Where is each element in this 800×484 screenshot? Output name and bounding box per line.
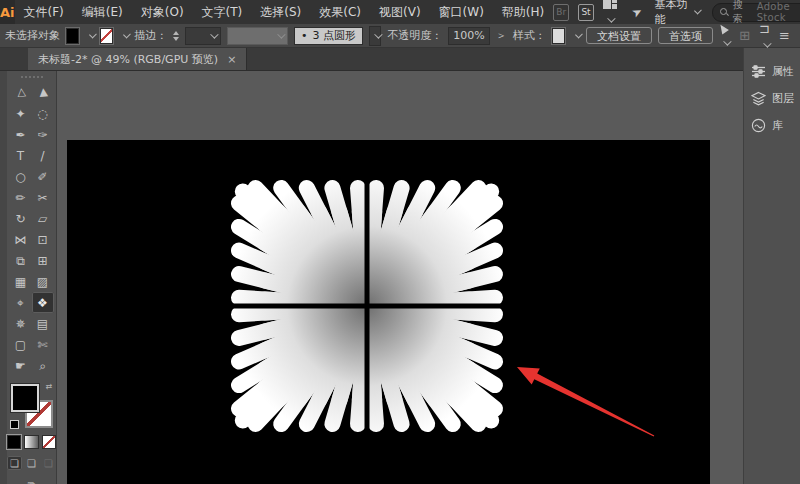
arrange-documents-icon[interactable]: ⊞: [739, 28, 750, 43]
tools-panel: ▷▶✦◌✒✑T/○✐✏✂↻▱⋈⊡⧉⊞▦▨⌖❖✵▤▢✄☛⌕ ⇄ ❏: [0, 71, 57, 484]
menu-item-7[interactable]: 窗口(W): [430, 0, 493, 24]
stock-icon[interactable]: St: [578, 4, 594, 21]
blend-tool[interactable]: ❖: [32, 292, 54, 313]
bridge-icon[interactable]: Br: [553, 4, 569, 21]
chevron-down-icon: [607, 14, 615, 22]
ellipse-tool[interactable]: ○: [10, 166, 32, 187]
chevron-down-icon[interactable]: [575, 30, 583, 38]
main-menus: 文件(F)编辑(E)对象(O)文字(T)选择(S)效果(C)视图(V)窗口(W)…: [15, 0, 554, 24]
magic-wand-tool[interactable]: ✦: [10, 103, 32, 124]
properties-icon: [751, 64, 766, 79]
artboard[interactable]: [67, 140, 710, 484]
hand-tool[interactable]: ☛: [10, 355, 32, 376]
shape-builder-tool[interactable]: ⧉: [10, 250, 32, 271]
mesh-tool[interactable]: ▦: [10, 271, 32, 292]
panel-menu-icon[interactable]: ≡: [779, 28, 790, 43]
screen-mode-button[interactable]: ⧉: [7, 479, 56, 484]
panel-grip[interactable]: [21, 76, 43, 78]
selection-tool[interactable]: ▶: [31, 81, 54, 105]
width-profile-select[interactable]: [227, 27, 288, 45]
canvas-area[interactable]: [57, 71, 743, 484]
dock-item-label: 库: [772, 118, 783, 133]
none-button[interactable]: [42, 435, 56, 449]
style-swatch[interactable]: [552, 28, 565, 44]
menu-item-3[interactable]: 文字(T): [193, 0, 252, 24]
default-fill-stroke-icon[interactable]: [10, 420, 19, 429]
opacity-flyout-button[interactable]: ＞: [496, 27, 507, 45]
menu-item-4[interactable]: 选择(S): [251, 0, 310, 24]
fill-swatch[interactable]: [11, 384, 39, 412]
type-tool[interactable]: T: [10, 145, 32, 166]
fill-color-swatch[interactable]: [66, 28, 79, 44]
tab-close-icon[interactable]: ×: [227, 53, 236, 66]
select-similar-button[interactable]: [719, 23, 733, 49]
gradient-tool[interactable]: ▨: [32, 271, 54, 292]
swap-fill-stroke-icon[interactable]: ⇄: [46, 382, 53, 391]
fill-stroke-indicator: ⇄: [11, 384, 53, 428]
curvature-tool[interactable]: ✑: [32, 124, 54, 145]
workspace-switcher[interactable]: 基本功能: [651, 0, 703, 29]
pen-tool[interactable]: ✒: [10, 124, 32, 145]
draw-behind-button[interactable]: ❏: [24, 456, 39, 470]
chevron-down-icon[interactable]: [89, 30, 97, 38]
rotate-tool[interactable]: ↻: [10, 208, 32, 229]
document-tab[interactable]: 未标题-2* @ 49% (RGB/GPU 预览) ×: [28, 48, 247, 70]
column-graph-tool[interactable]: ▤: [32, 313, 54, 334]
shaper-tool[interactable]: ✏: [10, 187, 32, 208]
chevron-down-icon: [374, 30, 382, 38]
layers-icon: [751, 91, 766, 106]
paintbrush-tool[interactable]: ✐: [32, 166, 54, 187]
scale-tool[interactable]: ▱: [32, 208, 54, 229]
dock-item-properties[interactable]: 属性: [744, 58, 800, 85]
perspective-grid-tool[interactable]: ⊞: [32, 250, 54, 271]
menu-item-5[interactable]: 效果(C): [310, 0, 370, 24]
slice-tool[interactable]: ✄: [32, 334, 54, 355]
gradient-button[interactable]: [24, 435, 38, 449]
adobe-stock-search[interactable]: 搜索 Adobe Stock: [712, 3, 800, 22]
stroke-weight-stepper[interactable]: [173, 31, 179, 41]
menu-item-0[interactable]: 文件(F): [15, 0, 73, 24]
chevron-down-icon: [694, 7, 702, 15]
dock-item-libraries[interactable]: 库: [744, 112, 800, 139]
brush-definition-field[interactable]: • 3 点圆形: [294, 27, 363, 45]
opacity-field[interactable]: 100%: [448, 27, 489, 45]
layout-switcher-button[interactable]: [603, 0, 623, 26]
eyedropper-tool[interactable]: ⌖: [10, 292, 32, 313]
dock-item-layers[interactable]: 图层: [744, 85, 800, 112]
artboard-tool[interactable]: ▢: [10, 334, 32, 355]
control-bar: 未选择对象 描边： • 3 点圆形 不透明度： 100% ＞ 样式： 文档设置 …: [0, 24, 800, 48]
preferences-button[interactable]: 首选项: [658, 27, 713, 44]
document-body: ▷▶✦◌✒✑T/○✐✏✂↻▱⋈⊡⧉⊞▦▨⌖❖✵▤▢✄☛⌕ ⇄ ❏: [0, 71, 743, 484]
free-transform-tool[interactable]: ⊡: [32, 229, 54, 250]
illustrator-window: Ai 文件(F)编辑(E)对象(O)文字(T)选择(S)效果(C)视图(V)窗口…: [0, 0, 800, 484]
symbol-sprayer-tool[interactable]: ✵: [10, 313, 32, 334]
brush-select-button[interactable]: [369, 26, 381, 46]
draw-inside-button[interactable]: ❏: [41, 456, 56, 470]
draw-normal-button[interactable]: ❏: [7, 456, 22, 470]
line-segment-tool[interactable]: /: [32, 145, 54, 166]
menu-bar: Ai 文件(F)编辑(E)对象(O)文字(T)选择(S)效果(C)视图(V)窗口…: [0, 0, 800, 24]
chevron-down-icon[interactable]: [123, 30, 131, 38]
color-mode-buttons: [7, 435, 56, 449]
document-tab-bar: 未标题-2* @ 49% (RGB/GPU 预览) ×: [0, 48, 743, 71]
menu-item-6[interactable]: 视图(V): [370, 0, 430, 24]
artboard-svg: [67, 140, 710, 484]
stroke-weight-select[interactable]: [185, 27, 221, 45]
document-setup-button[interactable]: 文档设置: [586, 27, 652, 44]
color-button[interactable]: [7, 435, 21, 449]
direct-selection-tool[interactable]: ▷: [9, 81, 32, 105]
lasso-tool[interactable]: ◌: [32, 103, 54, 124]
scissors-tool[interactable]: ✂: [32, 187, 54, 208]
menu-item-1[interactable]: 编辑(E): [73, 0, 132, 24]
stroke-color-swatch[interactable]: [100, 28, 113, 44]
document-area: 未标题-2* @ 49% (RGB/GPU 预览) × ▷▶✦◌✒✑T/○✐✏✂…: [0, 48, 743, 484]
tool-grid: ▷▶✦◌✒✑T/○✐✏✂↻▱⋈⊡⧉⊞▦▨⌖❖✵▤▢✄☛⌕: [7, 82, 56, 376]
zoom-tool[interactable]: ⌕: [32, 355, 54, 376]
width-tool[interactable]: ⋈: [10, 229, 32, 250]
chevron-down-icon: [277, 30, 285, 38]
annotation-arrow: [517, 367, 654, 437]
dock-panel-button[interactable]: ⊐: [759, 21, 770, 51]
menu-item-2[interactable]: 对象(O): [132, 0, 193, 24]
menu-item-8[interactable]: 帮助(H): [493, 0, 553, 24]
share-icon[interactable]: ➤: [629, 3, 644, 20]
